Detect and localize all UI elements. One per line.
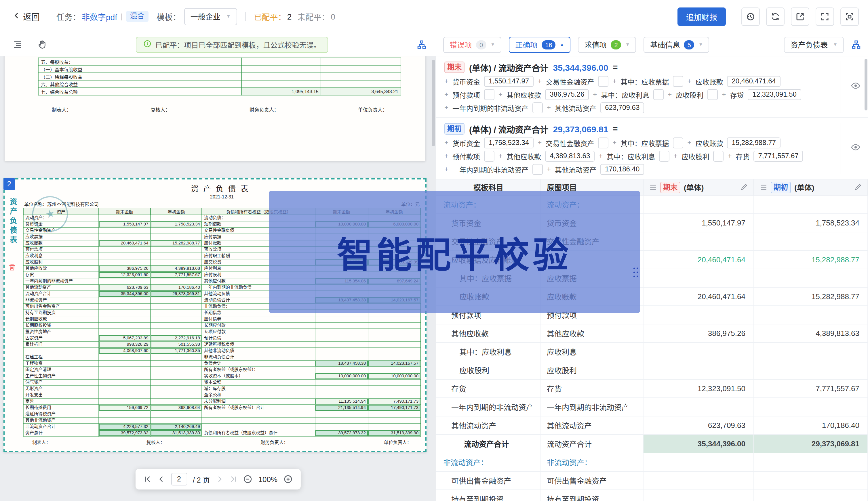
begin-value-cell	[754, 490, 868, 501]
table-structure-icon[interactable]	[851, 40, 861, 50]
history-icon[interactable]	[741, 7, 760, 25]
match-table-row[interactable]: 持有至到期投资持有至到期投资	[436, 490, 868, 501]
formula-term-value[interactable]: 386,975.26	[545, 89, 589, 100]
filter-correct[interactable]: 正确项 16 ▲	[509, 36, 571, 53]
formula-term-value[interactable]: 1,550,147.97	[484, 76, 534, 87]
end-value-cell: 20,460,471.64	[644, 288, 754, 306]
edit-icon[interactable]	[740, 183, 748, 191]
formula-term-value[interactable]	[659, 150, 669, 161]
formula-term-value[interactable]: 623,709.63	[600, 102, 644, 113]
zoom-in-icon[interactable]	[283, 475, 292, 484]
formula-term-value[interactable]	[713, 150, 723, 161]
filter-errors-label: 错误项	[450, 39, 472, 50]
structure-icon[interactable]	[417, 40, 427, 50]
begin-value-cell: 170,186.40	[754, 416, 868, 434]
liability-end-cell: 10,000,000.00	[315, 373, 368, 379]
formula-term-value[interactable]: 7,771,557.67	[753, 150, 803, 161]
formula-term-value[interactable]	[484, 150, 494, 161]
asset-begin-cell	[150, 215, 202, 221]
fit-screen-icon[interactable]	[840, 7, 859, 25]
template-select[interactable]: 一般企业 ▼	[184, 8, 237, 25]
formula-term-value[interactable]: 15,282,988.77	[727, 137, 781, 148]
toggle-visibility-icon[interactable]	[851, 142, 860, 154]
liability-begin-cell	[368, 392, 420, 398]
income-end-cell	[241, 73, 321, 80]
hand-tool-icon[interactable]	[38, 40, 47, 50]
formula-term-value[interactable]	[673, 137, 683, 148]
match-table-row[interactable]: 其他应收款其他应收款386,975.264,389,813.63	[436, 324, 868, 343]
filter-evaluated[interactable]: 求值项 2 ▼	[578, 36, 636, 53]
formula-term-value[interactable]: 4,389,813.63	[545, 150, 595, 161]
filter-errors[interactable]: 错误项 0 ▼	[443, 36, 501, 53]
income-end-cell	[241, 80, 321, 88]
last-page-icon[interactable]	[230, 475, 238, 483]
filter-basic-info[interactable]: 基础信息 5 ▼	[644, 36, 709, 53]
panel-scrollbar[interactable]	[865, 59, 867, 110]
next-page-icon[interactable]	[216, 475, 224, 483]
back-button[interactable]: 返回	[13, 10, 40, 22]
asset-end-cell	[99, 379, 150, 386]
list-icon[interactable]	[760, 183, 767, 191]
formula-term-value[interactable]	[708, 89, 718, 100]
match-table-row[interactable]: 流动资产合计流动资产合计35,344,396.0029,373,069.81	[436, 435, 868, 453]
match-table-row[interactable]: 其中：应收利息应收利息	[436, 343, 868, 361]
match-table-row[interactable]: 非流动资产：非流动资产：	[436, 453, 868, 472]
scrollbar-thumb[interactable]	[865, 59, 867, 110]
match-table-row[interactable]: 其他流动资产其他流动资产623,709.63170,186.40	[436, 416, 868, 435]
scrollbar-thumb[interactable]	[432, 60, 435, 146]
formula-term-value[interactable]	[532, 164, 543, 174]
formula-term-value[interactable]: 1,758,523.34	[484, 137, 534, 148]
balance-sheet-signature-row: 制表人：复核人：财务负责人：单位负责人：	[23, 439, 421, 445]
liability-end-cell	[315, 329, 368, 335]
formula-term-value[interactable]	[484, 89, 494, 100]
page-number-input[interactable]	[171, 473, 187, 486]
balance-sheet-row: 资产总计39,572,973.3231,513,339.30负债和所有者权益（或…	[23, 430, 420, 436]
liability-begin-cell	[368, 322, 420, 329]
refresh-icon[interactable]	[766, 7, 785, 25]
balance-sheet-row: 长期股权投资长期应付款	[23, 322, 420, 329]
end-value-cell	[644, 343, 754, 361]
append-report-button[interactable]: 追加财报	[678, 7, 726, 25]
watermark-overlay[interactable]: 智能配平校验	[269, 191, 640, 313]
delete-page-icon[interactable]	[8, 264, 16, 274]
list-icon[interactable]	[649, 183, 657, 191]
previous-page-icon[interactable]	[157, 475, 165, 483]
asset-end-cell: 1,550,147.97	[99, 221, 150, 227]
toggle-visibility-icon[interactable]	[851, 81, 860, 93]
match-table-row[interactable]: 可供出售金融资产可供出售金融资产	[436, 472, 868, 490]
formula-term-value[interactable]: 170,186.40	[600, 164, 644, 174]
zoom-out-icon[interactable]	[243, 475, 253, 484]
formula-term-value[interactable]	[598, 137, 608, 148]
fullscreen-icon[interactable]	[816, 7, 834, 25]
plus-operator: +	[499, 152, 502, 160]
edit-icon[interactable]	[854, 183, 862, 191]
asset-begin-cell: 31,513,339.30	[150, 430, 202, 436]
task-separator: |	[121, 12, 123, 21]
sheet-selector[interactable]: 资产负债表 ▼	[784, 36, 844, 53]
document-page-1[interactable]: 五、每股收益：（一）基本每股收益（二）稀释每股收益六、其他综合收益七、综合收益总…	[4, 56, 425, 161]
liability-label-cell: 递延所得税负债	[202, 341, 315, 348]
drag-handle-icon[interactable]	[632, 267, 639, 279]
plus-operator: +	[537, 139, 542, 147]
formula-title: 期末 (单体) / 流动资产合计 35,344,396.00 =	[445, 61, 831, 74]
template-subject-cell: 一年内到期的非流动资产	[436, 398, 541, 416]
formula-term-value[interactable]	[598, 76, 608, 87]
formula-section-begin: 期初 (单体) / 流动资产合计 29,373,069.81 = +货币资金1,…	[436, 118, 868, 180]
formula-term-value[interactable]: 12,323,091.50	[748, 89, 801, 100]
first-page-icon[interactable]	[143, 475, 151, 483]
formula-term-value[interactable]	[653, 89, 664, 100]
outline-icon[interactable]	[13, 40, 22, 50]
formula-term-value[interactable]	[673, 76, 683, 87]
match-table-row[interactable]: 存货存货12,323,091.507,771,557.67	[436, 380, 868, 398]
zoom-level: 100%	[259, 475, 278, 483]
match-table-row[interactable]: 应收股利应收股利	[436, 361, 868, 380]
asset-end-cell	[99, 373, 150, 379]
end-value-cell: 20,460,471.64	[644, 251, 754, 269]
formula-term-label: 交易性金融资产	[546, 138, 594, 148]
export-icon[interactable]	[791, 7, 809, 25]
asset-end-cell: 20,460,471.64	[99, 240, 150, 246]
match-table-row[interactable]: 一年内到期的非流动资产一年内到期的非流动资产	[436, 398, 868, 416]
formula-term-value[interactable]: 20,460,471.64	[727, 76, 781, 87]
liability-end-cell	[315, 417, 368, 424]
formula-term-value[interactable]	[532, 102, 543, 113]
